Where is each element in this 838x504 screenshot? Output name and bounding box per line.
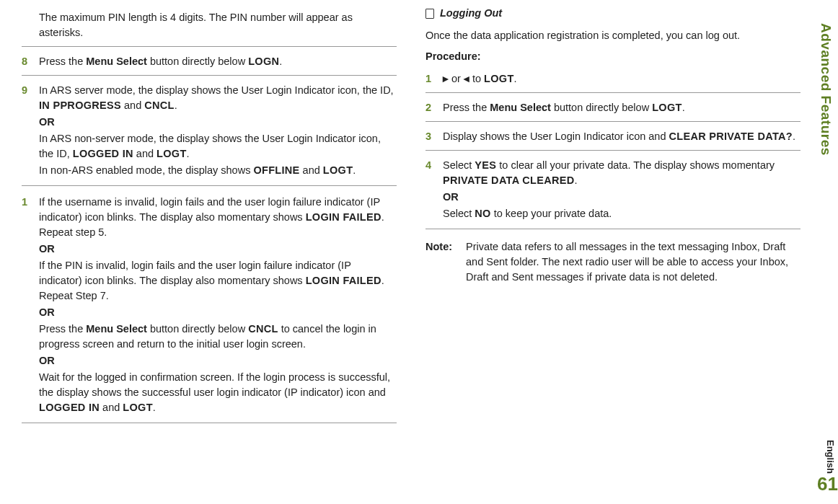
step-body: Press the Menu Select button directly be…: [39, 54, 397, 69]
step-body: Select YES to clear all your private dat…: [443, 158, 800, 223]
text: to clear all your private data. The disp…: [496, 159, 775, 171]
proc-step-2: 2 Press the Menu Select button directly …: [425, 96, 800, 122]
right-column: Logging Out Once the data application re…: [425, 6, 800, 426]
text: .: [353, 164, 356, 176]
display-text: CLEAR PRIVATE DATA?: [669, 131, 793, 142]
step-number: 1: [425, 71, 436, 87]
text: or: [449, 73, 464, 84]
text: .: [574, 174, 577, 186]
text: and: [133, 148, 156, 159]
proc-step-4: 4 Select YES to clear all your private d…: [425, 154, 800, 229]
section-intro: Once the data application registration i…: [425, 28, 800, 43]
text: Press the: [39, 323, 86, 335]
step-body: In ARS server mode, the display shows th…: [39, 83, 397, 180]
language-label: English: [823, 440, 837, 474]
display-text: CNCL: [144, 100, 174, 111]
text: button directly below: [551, 102, 652, 113]
text: .: [514, 73, 517, 84]
display-text: OFFLINE: [253, 164, 299, 176]
note-label: Note:: [425, 239, 457, 285]
step-number: 8: [22, 54, 32, 69]
proc-step-3: 3 Display shows the User Login Indicator…: [425, 125, 800, 151]
display-text: LOGIN FAILED: [306, 211, 381, 223]
menu-select-label: Menu Select: [86, 56, 147, 67]
display-text: IN PPROGRESS: [39, 100, 121, 111]
display-text: LOGT: [484, 73, 513, 84]
document-icon: [425, 9, 434, 19]
step-number: 1: [22, 195, 32, 417]
proc-step-1: 1 ▸ or ◂ to LOGT.: [425, 67, 800, 93]
page-content: The maximum PIN length is 4 digits. The …: [0, 0, 838, 432]
step-8: 8 Press the Menu Select button directly …: [22, 50, 397, 76]
step-number: 3: [425, 129, 436, 144]
text: to keep your private data.: [491, 208, 612, 219]
display-text: LOGT: [156, 148, 186, 159]
text: button directly below: [147, 323, 248, 335]
text: Press the: [39, 56, 86, 67]
display-text: LOGT: [652, 102, 682, 113]
text: In ARS server mode, the display shows th…: [39, 84, 394, 96]
text: to: [469, 73, 484, 84]
display-text: LOGN: [248, 56, 279, 67]
step-body: Display shows the User Login Indicator i…: [443, 129, 800, 144]
text: Display shows the User Login Indicator i…: [443, 131, 669, 142]
step-9: 9 In ARS server mode, the display shows …: [22, 79, 397, 186]
step-body: If the username is invalid, login fails …: [39, 195, 397, 417]
page-number: 61: [817, 471, 838, 498]
display-text: LOGGED IN: [73, 148, 133, 159]
step-1: 1 If the username is invalid, login fail…: [22, 190, 397, 423]
note-block: Note: Private data refers to all message…: [425, 239, 800, 285]
text: .: [187, 148, 190, 159]
display-text: PRIVATE DATA CLEARED: [443, 174, 574, 186]
text: .: [279, 56, 282, 67]
display-text: LOGGED IN: [39, 402, 100, 413]
or-label: OR: [39, 305, 397, 320]
display-text: LOGIN FAILED: [306, 275, 381, 286]
section-heading: Logging Out: [425, 6, 800, 21]
intro-block: The maximum PIN length is 4 digits. The …: [22, 6, 397, 47]
step-number: 9: [22, 83, 32, 180]
section-title: Logging Out: [440, 6, 502, 21]
display-text: YES: [475, 159, 496, 171]
text: and: [121, 100, 144, 111]
text: .: [175, 100, 177, 111]
text: In non-ARS enabled mode, the display sho…: [39, 164, 253, 176]
spacer: [22, 10, 32, 40]
text: .: [793, 131, 795, 142]
menu-select-label: Menu Select: [490, 102, 551, 113]
or-label: OR: [39, 353, 397, 368]
text: Select: [443, 208, 475, 219]
step-body: Press the Menu Select button directly be…: [443, 100, 800, 115]
text: button directly below: [147, 56, 248, 67]
left-column: The maximum PIN length is 4 digits. The …: [22, 6, 397, 426]
procedure-label: Procedure:: [425, 49, 800, 64]
text: Press the: [443, 102, 490, 113]
display-text: LOGT: [123, 402, 152, 413]
step-number: 4: [425, 158, 436, 223]
side-tab: Advanced Features: [813, 22, 838, 157]
text: Select: [443, 159, 475, 171]
text: If the PIN is invalid, login fails and t…: [39, 260, 351, 286]
text: .: [153, 402, 156, 413]
display-text: LOGT: [323, 164, 353, 176]
or-label: OR: [443, 190, 800, 205]
left-arrow-icon: ◂: [464, 73, 469, 84]
text: and: [300, 164, 323, 176]
right-arrow-icon: ▸: [443, 73, 449, 84]
text: and: [100, 402, 123, 413]
text: Wait for the logged in confirmation scre…: [39, 371, 390, 398]
display-text: NO: [475, 208, 490, 219]
step-number: 2: [425, 100, 436, 115]
step-body: ▸ or ◂ to LOGT.: [443, 71, 800, 87]
or-label: OR: [39, 242, 397, 257]
intro-text: The maximum PIN length is 4 digits. The …: [39, 10, 397, 40]
text: .: [682, 102, 685, 113]
or-label: OR: [39, 115, 397, 130]
menu-select-label: Menu Select: [86, 323, 147, 335]
note-body: Private data refers to all messages in t…: [466, 239, 800, 285]
display-text: CNCL: [248, 323, 278, 335]
